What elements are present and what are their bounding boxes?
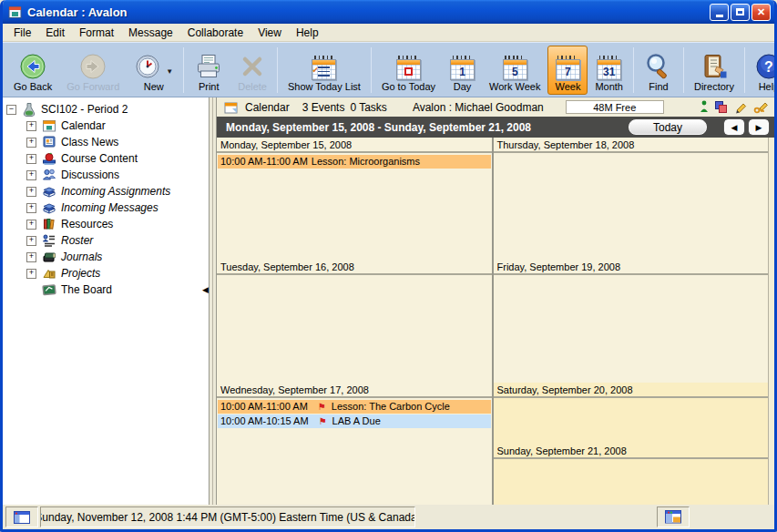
toolbar-go-to-today-button[interactable]: Go to Today bbox=[374, 46, 443, 95]
expand-icon[interactable]: + bbox=[26, 170, 36, 180]
info-bar-icons bbox=[700, 100, 769, 114]
day-body[interactable] bbox=[217, 275, 492, 382]
journal-book-icon bbox=[42, 250, 56, 264]
calendar-today-icon bbox=[396, 56, 421, 80]
day-body[interactable] bbox=[494, 459, 769, 505]
calendar-icon bbox=[42, 118, 56, 133]
menu-format[interactable]: Format bbox=[72, 25, 121, 41]
toolbar-print-button[interactable]: Print bbox=[187, 46, 230, 95]
expand-icon[interactable]: + bbox=[26, 220, 36, 230]
day-body[interactable]: 10:00 AM-11:00 AMLesson: Microorganisms bbox=[217, 153, 492, 260]
sidebar-item-discussions[interactable]: + Discussions bbox=[3, 167, 209, 183]
sidebar-item-projects[interactable]: + Projects bbox=[3, 265, 209, 281]
close-button[interactable]: ✕ bbox=[751, 4, 771, 21]
expand-icon[interactable]: + bbox=[26, 121, 36, 131]
toolbar-directory-button[interactable]: Directory bbox=[687, 46, 741, 95]
expand-icon[interactable]: + bbox=[26, 187, 36, 197]
event-lab-a-due[interactable]: 10:00 AM-10:15 AM⚑LAB A Due bbox=[218, 414, 491, 428]
day-header: Friday, September 19, 2008 bbox=[494, 260, 769, 275]
toolbar-week-button[interactable]: 7 Week bbox=[547, 46, 588, 95]
sidebar-item-resources[interactable]: + Resources bbox=[3, 216, 209, 232]
sidebar-item-sci102[interactable]: − SCI102 - Period 2 bbox=[3, 101, 209, 118]
collapse-pane-icon[interactable]: ◀ bbox=[202, 285, 209, 294]
event-lesson-microorganisms[interactable]: 10:00 AM-11:00 AMLesson: Microorganisms bbox=[218, 155, 491, 169]
expand-icon[interactable]: + bbox=[26, 138, 36, 148]
pencil-icon[interactable] bbox=[734, 100, 747, 114]
sidebar-item-class-news[interactable]: + Class News bbox=[3, 134, 209, 150]
sidebar-item-label: Discussions bbox=[61, 169, 119, 181]
books-icon bbox=[42, 184, 56, 199]
menu-help[interactable]: Help bbox=[289, 25, 326, 41]
sidebar-item-journals[interactable]: + Journals bbox=[3, 249, 209, 265]
menu-collaborate[interactable]: Collaborate bbox=[180, 25, 250, 41]
day-header: Saturday, September 20, 2008 bbox=[494, 383, 769, 398]
day-body[interactable] bbox=[494, 398, 769, 444]
toolbar-go-back-button[interactable]: Go Back bbox=[6, 46, 59, 95]
menu-edit[interactable]: Edit bbox=[38, 25, 72, 41]
expand-icon[interactable]: + bbox=[26, 252, 36, 262]
sidebar-item-calendar[interactable]: + Calendar bbox=[3, 118, 209, 134]
toolbar-delete-button[interactable]: Delete bbox=[230, 46, 274, 95]
sidebar-item-incoming-assignments[interactable]: + Incoming Assignments bbox=[3, 183, 209, 200]
menu-file[interactable]: File bbox=[6, 25, 38, 41]
minimize-button[interactable] bbox=[710, 4, 729, 21]
status-right-panel[interactable] bbox=[657, 506, 690, 527]
day-body[interactable] bbox=[494, 153, 769, 260]
previous-week-button[interactable]: ◀ bbox=[724, 119, 744, 135]
event-lesson-carbon-cycle[interactable]: 10:00 AM-11:00 AM⚑Lesson: The Carbon Cyc… bbox=[218, 400, 491, 414]
sidebar-item-label: The Board bbox=[61, 283, 112, 296]
expand-icon[interactable]: + bbox=[26, 154, 36, 164]
layers-icon[interactable] bbox=[715, 101, 728, 114]
toolbar-separator bbox=[183, 47, 184, 93]
sidebar-item-the-board[interactable]: The Board bbox=[3, 281, 209, 298]
calendar-31-icon: 31 bbox=[597, 56, 621, 80]
sidebar-item-course-content[interactable]: + Course Content bbox=[3, 150, 209, 167]
event-title: Lesson: The Carbon Cycle bbox=[332, 401, 450, 412]
day-body[interactable]: 10:00 AM-11:00 AM⚑Lesson: The Carbon Cyc… bbox=[217, 398, 492, 505]
pencil-key-icon[interactable] bbox=[753, 100, 769, 114]
toolbar-month-button[interactable]: 31 Month bbox=[588, 46, 630, 95]
presence-person-icon[interactable] bbox=[700, 100, 709, 114]
day-header: Thursday, September 18, 2008 bbox=[494, 138, 769, 153]
menu-message[interactable]: Message bbox=[121, 25, 180, 41]
expand-icon[interactable]: + bbox=[26, 269, 36, 279]
tasks-count: 0 Tasks bbox=[350, 101, 386, 114]
events-count: 3 Events bbox=[302, 101, 345, 114]
collapse-icon[interactable]: − bbox=[6, 105, 16, 115]
next-week-button[interactable]: ▶ bbox=[749, 119, 769, 135]
menu-view[interactable]: View bbox=[250, 25, 289, 41]
back-icon bbox=[19, 53, 46, 80]
status-left-panel[interactable] bbox=[5, 506, 38, 527]
split-view-icon bbox=[665, 510, 681, 524]
toolbar-day-button[interactable]: 1 Day bbox=[443, 46, 482, 95]
new-dropdown-arrow-icon[interactable]: ▼ bbox=[166, 67, 173, 76]
maximize-button[interactable] bbox=[731, 4, 750, 21]
day-panel-tuesday: Tuesday, September 16, 2008 bbox=[217, 260, 492, 382]
toolbar-work-week-button[interactable]: 5 Work Week bbox=[482, 46, 547, 95]
sidebar-item-incoming-messages[interactable]: + Incoming Messages bbox=[3, 200, 209, 216]
app-window: Calendar : Avalon ✕ File Edit Format Mes… bbox=[0, 0, 777, 532]
toolbar-find-button[interactable]: Find bbox=[637, 46, 680, 95]
today-button[interactable]: Today bbox=[629, 119, 707, 135]
day-header: Monday, September 15, 2008 bbox=[217, 138, 492, 153]
expand-icon[interactable]: + bbox=[26, 203, 36, 213]
sidebar-item-roster[interactable]: + Roster bbox=[3, 232, 209, 249]
calendar-pane: Calendar 3 Events 0 Tasks Avalon : Micha… bbox=[217, 97, 774, 505]
toolbar-show-today-list-button[interactable]: Show Today List bbox=[281, 46, 368, 95]
day-header: Tuesday, September 16, 2008 bbox=[217, 260, 492, 275]
calendar-1-icon: 1 bbox=[450, 56, 475, 80]
pane-splitter[interactable]: ◀ bbox=[209, 97, 217, 505]
toolbar-help-button[interactable]: ? Help bbox=[748, 46, 777, 95]
day-body[interactable] bbox=[494, 275, 769, 382]
date-range-label: Monday, September 15, 2008 - Sunday, Sep… bbox=[226, 121, 629, 134]
bookshelf-icon bbox=[42, 217, 56, 231]
calendar-list-icon bbox=[312, 56, 336, 80]
calendar-5-icon: 5 bbox=[503, 56, 527, 80]
flag-icon: ⚑ bbox=[319, 416, 327, 426]
week-grid-right-column: Thursday, September 18, 2008 Friday, Sep… bbox=[494, 138, 769, 505]
expand-icon[interactable]: + bbox=[26, 236, 36, 246]
toolbar-go-forward-button[interactable]: Go Forward bbox=[59, 46, 127, 95]
toolbar-new-button[interactable]: ▼ New bbox=[127, 46, 180, 95]
event-time: 10:00 AM-11:00 AM bbox=[220, 401, 308, 412]
toolbar-separator bbox=[744, 47, 745, 93]
